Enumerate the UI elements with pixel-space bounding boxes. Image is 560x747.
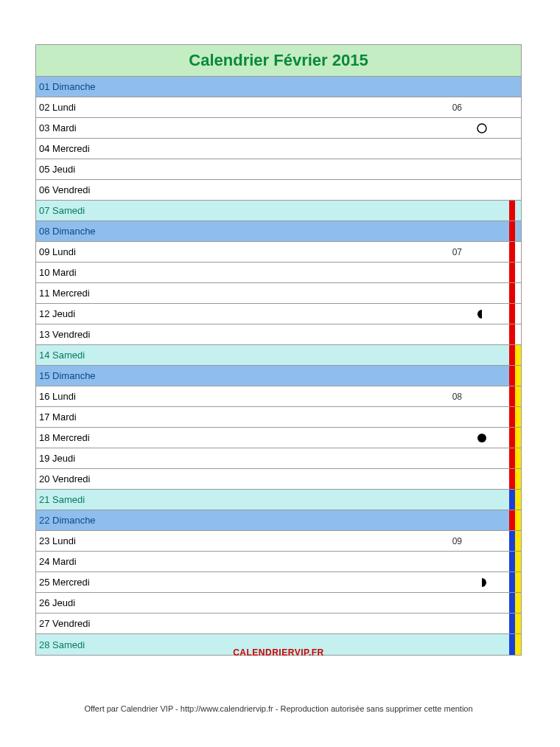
zone-bars (509, 221, 521, 241)
zone-bar-yellow (515, 448, 521, 468)
day-label: 12 Jeudi (36, 308, 509, 319)
zone-bar-red (509, 324, 515, 344)
zone-bar-yellow (515, 386, 521, 406)
zone-bars (509, 572, 521, 592)
zone-bar-empty (509, 77, 515, 97)
day-row: 04 Mercredi (36, 139, 521, 159)
moon-phase-icon (477, 433, 487, 443)
day-label: 17 Mardi (36, 411, 509, 423)
day-label: 11 Mercredi (36, 288, 509, 299)
zone-bar-empty (515, 97, 521, 117)
zone-bars (509, 428, 521, 448)
zone-bars (509, 283, 521, 303)
day-row: 19 Jeudi (36, 448, 521, 469)
day-row: 18 Mercredi (36, 428, 521, 448)
zone-bar-empty (509, 159, 515, 179)
zone-bar-empty (515, 221, 521, 241)
zone-bars (509, 490, 521, 510)
zone-bars (509, 263, 521, 282)
day-label: 04 Mercredi (36, 143, 509, 154)
zone-bar-yellow (515, 593, 521, 613)
zone-bar-empty (509, 139, 515, 159)
zone-bar-yellow (515, 407, 521, 427)
zone-bar-empty (515, 139, 521, 159)
zone-bar-red (509, 345, 515, 365)
day-row: 07 Samedi (36, 201, 521, 221)
site-label: CALENDRIERVIP.FR (35, 647, 522, 658)
day-label: 07 Samedi (36, 205, 509, 216)
day-row: 27 Vendredi (36, 614, 521, 634)
zone-bar-red (509, 283, 515, 303)
day-label: 24 Mardi (36, 556, 509, 567)
zone-bar-red (509, 263, 515, 282)
zone-bar-red (509, 242, 515, 262)
zone-bars (509, 407, 521, 427)
zone-bars (509, 97, 521, 117)
zone-bars (509, 366, 521, 386)
zone-bars (509, 386, 521, 406)
zone-bar-yellow (515, 614, 521, 633)
zone-bar-red (509, 221, 515, 241)
day-label: 05 Jeudi (36, 164, 509, 175)
zone-bar-yellow (515, 345, 521, 365)
day-row: 21 Samedi (36, 490, 521, 510)
day-row: 06 Vendredi (36, 180, 521, 201)
day-row: 10 Mardi (36, 263, 521, 283)
moon-phase-icon (477, 123, 487, 133)
zone-bars (509, 614, 521, 633)
zone-bars (509, 139, 521, 159)
zone-bar-yellow (515, 510, 521, 530)
day-row: 13 Vendredi (36, 324, 521, 345)
zone-bars (509, 118, 521, 138)
calendar-title: Calendrier Février 2015 (36, 45, 521, 77)
day-row: 02 Lundi06 (36, 97, 521, 118)
zone-bar-blue (509, 531, 515, 551)
day-row: 25 Mercredi (36, 572, 521, 593)
zone-bar-red (509, 386, 515, 406)
zone-bar-red (509, 469, 515, 489)
zone-bar-yellow (515, 428, 521, 448)
zone-bar-empty (509, 180, 515, 200)
zone-bar-empty (515, 283, 521, 303)
day-row: 11 Mercredi (36, 283, 521, 304)
day-label: 03 Mardi (36, 122, 509, 133)
zone-bar-yellow (515, 531, 521, 551)
zone-bars (509, 242, 521, 262)
zone-bar-yellow (515, 552, 521, 571)
day-row: 03 Mardi (36, 118, 521, 139)
day-label: 23 Lundi (36, 535, 509, 546)
day-row: 23 Lundi09 (36, 531, 521, 552)
zone-bar-empty (515, 304, 521, 324)
zone-bar-empty (515, 118, 521, 138)
zone-bar-red (509, 448, 515, 468)
zone-bars (509, 201, 521, 220)
zone-bars (509, 345, 521, 365)
day-row: 26 Jeudi (36, 593, 521, 614)
zone-bar-blue (509, 490, 515, 510)
zone-bars (509, 510, 521, 530)
zone-bars (509, 448, 521, 468)
zone-bar-red (509, 201, 515, 220)
day-label: 26 Jeudi (36, 597, 509, 608)
zone-bar-empty (515, 180, 521, 200)
zone-bars (509, 304, 521, 324)
week-number: 06 (452, 103, 462, 113)
day-label: 13 Vendredi (36, 329, 509, 340)
zone-bar-yellow (515, 490, 521, 510)
day-row: 01 Dimanche (36, 77, 521, 97)
day-row: 15 Dimanche (36, 366, 521, 386)
svg-point-2 (477, 434, 486, 442)
zone-bar-empty (515, 201, 521, 220)
zone-bars (509, 552, 521, 571)
zone-bar-empty (515, 263, 521, 282)
zone-bar-empty (509, 118, 515, 138)
day-label: 14 Samedi (36, 350, 509, 361)
footer-text: Offert par Calendrier VIP - http://www.c… (35, 704, 522, 713)
day-label: 06 Vendredi (36, 184, 509, 195)
zone-bar-empty (515, 242, 521, 262)
moon-phase-icon (477, 309, 487, 319)
zone-bars (509, 180, 521, 200)
day-label: 22 Dimanche (36, 515, 509, 526)
zone-bars (509, 324, 521, 344)
day-label: 25 Mercredi (36, 577, 509, 588)
